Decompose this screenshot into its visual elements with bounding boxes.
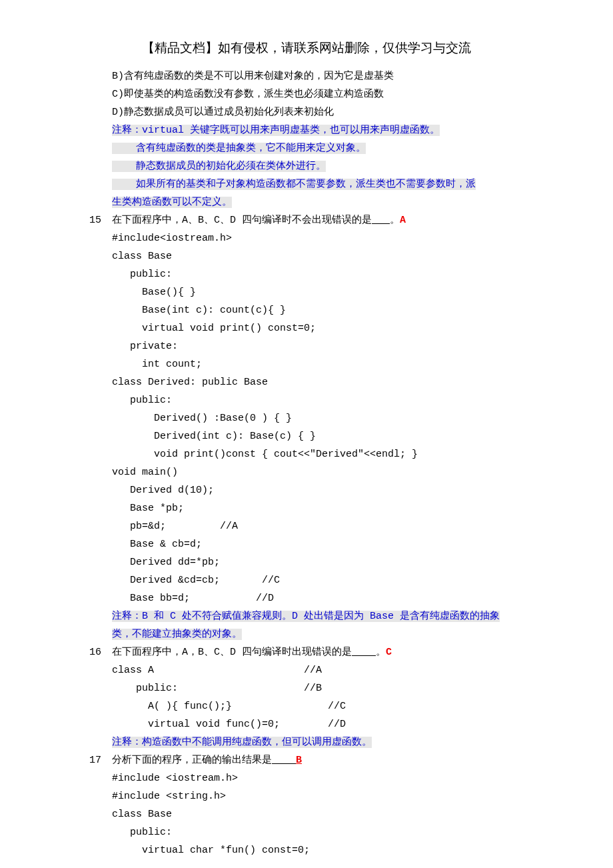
q15-code-13: void print()const { cout<<"Derived"<<end… (89, 445, 524, 463)
q15-code-18: Base & cb=d; (89, 535, 524, 553)
q15-stem: 15在下面程序中，A、B、C、D 四句编译时不会出现错误的是 。A (89, 211, 524, 229)
q17-stem: 17分析下面的程序，正确的输出结果是 B (89, 751, 524, 769)
q16-code-1: class A //A (89, 661, 524, 679)
q15-code-1: #include<iostream.h> (89, 229, 524, 247)
q16-note: 注释：构造函数中不能调用纯虚函数，但可以调用虚函数。 (89, 733, 524, 751)
q-prev-option-b: B)含有纯虚函数的类是不可以用来创建对象的，因为它是虚基类 (89, 67, 524, 85)
q-prev-note-4b: 生类构造函数可以不定义。 (89, 193, 524, 211)
q16-stem: 16在下面程序中，A，B、C、D 四句编译时出现错误的是 。C (89, 643, 524, 661)
q15-code-20: Derived &cd=cb; //C (89, 571, 524, 589)
q17-code-5: virtual char *fun() const=0; (89, 841, 524, 859)
q15-code-11: Derived() :Base(0 ) { } (89, 409, 524, 427)
q15-code-7: private: (89, 337, 524, 355)
q15-code-16: Base *pb; (89, 499, 524, 517)
q15-code-5: Base(int c): count(c){ } (89, 301, 524, 319)
q15-code-14: void main() (89, 463, 524, 481)
q15-code-15: Derived d(10); (89, 481, 524, 499)
q17-code-4: public: (89, 823, 524, 841)
q16-code-4: virtual void func()=0; //D (89, 715, 524, 733)
q15-code-9: class Derived: public Base (89, 373, 524, 391)
q17-code-1: #include <iostream.h> (89, 769, 524, 787)
q15-note-b: 类，不能建立抽象类的对象。 (89, 625, 524, 643)
q16-code-3: A( ){ func();} //C (89, 697, 524, 715)
q15-note-a: 注释：B 和 C 处不符合赋值兼容规则。D 处出错是因为 Base 是含有纯虚函… (89, 607, 524, 625)
q16-code-2: public: //B (89, 679, 524, 697)
q-prev-note-2: 含有纯虚函数的类是抽象类，它不能用来定义对象。 (89, 139, 524, 157)
q15-code-4: Base(){ } (89, 283, 524, 301)
q-prev-note-4a: 如果所有的基类和子对象构造函数都不需要参数，派生类也不需要参数时，派 (89, 175, 524, 193)
q15-code-12: Derived(int c): Base(c) { } (89, 427, 524, 445)
q15-code-2: class Base (89, 247, 524, 265)
q-prev-note-3: 静态数据成员的初始化必须在类体外进行。 (89, 157, 524, 175)
q-prev-note-1: 注释：virtual 关键字既可以用来声明虚基类，也可以用来声明虚函数。 (89, 121, 524, 139)
q15-code-21: Base bb=d; //D (89, 589, 524, 607)
q17-code-3: class Base (89, 805, 524, 823)
q-prev-option-d: D)静态数据成员可以通过成员初始化列表来初始化 (89, 103, 524, 121)
q15-code-6: virtual void print() const=0; (89, 319, 524, 337)
page-title: 【精品文档】如有侵权，请联系网站删除，仅供学习与交流 (89, 37, 524, 59)
q15-code-8: int count; (89, 355, 524, 373)
q15-code-17: pb=&d; //A (89, 517, 524, 535)
q15-code-10: public: (89, 391, 524, 409)
q17-code-2: #include <string.h> (89, 787, 524, 805)
q15-code-19: Derived dd=*pb; (89, 553, 524, 571)
q15-code-3: public: (89, 265, 524, 283)
q-prev-option-c: C)即使基类的构造函数没有参数，派生类也必须建立构造函数 (89, 85, 524, 103)
